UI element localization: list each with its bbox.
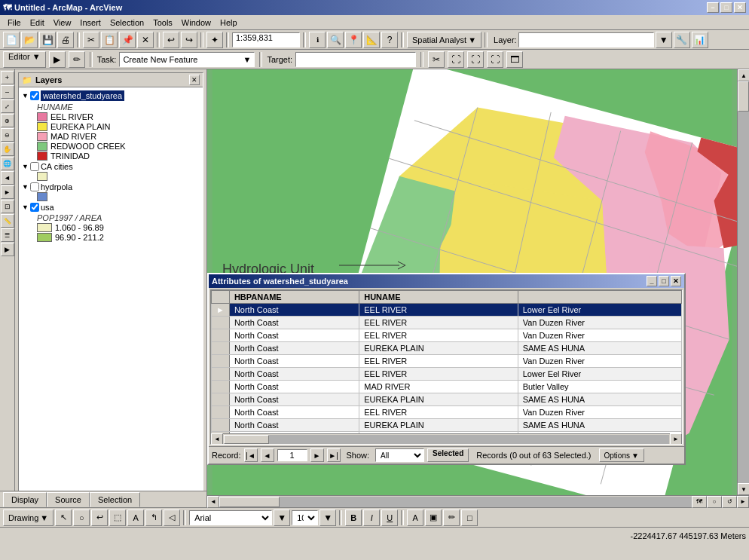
back-button[interactable]: ◄ (1, 171, 14, 185)
map-tool-c[interactable]: ↺ (722, 496, 737, 508)
undo-button[interactable]: ↩ (163, 32, 179, 48)
prev-record-btn[interactable]: ◄ (261, 448, 274, 462)
layer-arrow[interactable]: ▼ (656, 32, 672, 48)
edit-tool2[interactable]: ✏ (69, 51, 85, 68)
table-row[interactable]: North Coast EEL RIVER Van Duzen River (212, 355, 682, 368)
scale-input[interactable]: 1:359,831 (232, 32, 300, 47)
select-button[interactable]: ⊡ (1, 200, 14, 213)
tab-source[interactable]: Source (47, 492, 90, 507)
draw-tool6[interactable]: ◁ (164, 510, 180, 526)
attributes-table-scroll[interactable]: HBPANAME HUNAME ► North Coast (211, 290, 682, 433)
scroll-up-btn[interactable]: ▲ (738, 69, 749, 81)
menu-view[interactable]: View (49, 17, 76, 29)
expand-usa-icon[interactable]: ▼ (22, 203, 29, 211)
editor-button[interactable]: Editor ▼ (3, 51, 46, 68)
map-scroll-left-btn[interactable]: ◄ (207, 496, 219, 508)
layer-tool2[interactable]: 📊 (692, 32, 708, 48)
menu-selection[interactable]: Selection (105, 17, 148, 29)
draw-tool3[interactable]: ⬚ (109, 510, 126, 526)
tab-selection[interactable]: Selection (90, 492, 140, 507)
scroll-right-btn[interactable]: ► (670, 433, 682, 445)
fixed-zoom-out-button[interactable]: ⊖ (1, 128, 14, 142)
v-scroll-thumb[interactable] (738, 81, 749, 112)
map-h-scroll-thumb[interactable] (219, 497, 280, 507)
edit-tool4[interactable]: ⛶ (448, 51, 464, 68)
measure-button[interactable]: 📐 (363, 32, 380, 48)
underline-button[interactable]: U (381, 510, 398, 526)
record-number-input[interactable] (277, 449, 307, 461)
show-select[interactable]: All Selected (375, 448, 424, 462)
expand-hydrpola-icon[interactable]: ▼ (22, 183, 29, 191)
last-record-btn[interactable]: ►| (327, 448, 341, 462)
spatial-analyst-button[interactable]: Spatial Analyst ▼ (407, 32, 482, 48)
bold-button[interactable]: B (345, 510, 362, 526)
menu-file[interactable]: File (3, 17, 26, 29)
copy-button[interactable]: 📋 (101, 32, 118, 48)
table-row[interactable]: North Coast MAD RIVER Butler Valley (212, 381, 682, 393)
expand-ca-cities-icon[interactable]: ▼ (22, 163, 29, 170)
edit-tool3[interactable]: ✂ (428, 51, 445, 68)
minimize-button[interactable]: – (707, 2, 719, 13)
map-tool-b[interactable]: ○ (707, 496, 722, 508)
edit-tool1[interactable]: ▶ (49, 51, 66, 68)
drawing-dropdown[interactable]: Drawing ▼ (3, 510, 54, 526)
task-combo[interactable]: Create New Feature ▼ (119, 52, 255, 67)
paste-button[interactable]: 📌 (119, 32, 136, 48)
edit-tool6[interactable]: ⛶ (487, 51, 503, 68)
table-row[interactable]: North Coast EUREKA PLAIN SAME AS HUNA (212, 419, 682, 432)
menu-window[interactable]: Window (177, 17, 216, 29)
select-tool[interactable]: ↖ (55, 510, 72, 526)
h-scroll-thumb[interactable] (224, 435, 269, 444)
h-scrollbar[interactable]: ◄ ► (211, 433, 682, 444)
line-color-button[interactable]: ✏ (443, 510, 460, 526)
next-record-btn[interactable]: ► (310, 448, 324, 462)
ca-cities-checkbox[interactable] (30, 162, 39, 171)
forward-button[interactable]: ► (1, 185, 14, 199)
shadow-button[interactable]: □ (461, 510, 478, 526)
draw-tool2[interactable]: ↩ (91, 510, 108, 526)
table-row[interactable]: North Coast EUREKA PLAIN SAME AS HUNA (212, 342, 682, 355)
table-row[interactable]: ► North Coast EEL RIVER Lower Eel River (212, 304, 682, 317)
layer-tool1[interactable]: 🔧 (674, 32, 690, 48)
map-scroll-right-btn[interactable]: ► (737, 496, 749, 508)
table-row[interactable]: North Coast EEL RIVER Van Duzen River (212, 329, 682, 342)
info-button[interactable]: ▶ (1, 243, 14, 256)
usa-checkbox[interactable] (30, 203, 39, 212)
draw-tool1[interactable]: ○ (73, 510, 90, 526)
add-data-button[interactable]: ✦ (206, 32, 223, 48)
dialog-minimize[interactable]: _ (647, 276, 657, 286)
close-button[interactable]: ✕ (734, 2, 746, 13)
open-button[interactable]: 📂 (21, 32, 38, 48)
fill-color-button[interactable]: ▣ (425, 510, 442, 526)
menu-insert[interactable]: Insert (75, 17, 105, 29)
delete-button[interactable]: ✕ (137, 32, 154, 48)
font-color-button[interactable]: A (407, 510, 423, 526)
table-row[interactable]: North Coast EEL RIVER Van Duzen River (212, 406, 682, 419)
globe-button[interactable]: 🌐 (1, 157, 14, 170)
fixed-zoom-in-button[interactable]: ⊕ (1, 114, 14, 127)
font-dropdown-btn[interactable]: ▼ (274, 510, 290, 526)
draw-tool4[interactable]: A (127, 510, 144, 526)
print-button[interactable]: 🖨 (57, 32, 74, 48)
edit-tool5[interactable]: ⛶ (467, 51, 484, 68)
italic-button[interactable]: I (363, 510, 380, 526)
edit-tool7[interactable]: 🗖 (506, 51, 523, 68)
cut-button[interactable]: ✂ (83, 32, 99, 48)
options-button[interactable]: Options ▼ (599, 448, 644, 462)
h-scroll-track[interactable] (224, 435, 669, 444)
dialog-close[interactable]: ✕ (671, 276, 681, 286)
table-row[interactable]: North Coast EEL RIVER Lower Eel River (212, 368, 682, 381)
layer-input[interactable] (518, 32, 654, 47)
map-tool-a[interactable]: 🗺 (692, 496, 707, 508)
tab-display[interactable]: Display (3, 492, 47, 507)
zoom-in-button[interactable]: + (1, 71, 14, 84)
table-row[interactable]: North Coast EEL RIVER Van Duzen River (212, 317, 682, 329)
v-scrollbar[interactable]: ▲ ▼ (737, 69, 749, 495)
scroll-down-btn[interactable]: ▼ (738, 483, 749, 495)
expand-watershed-icon[interactable]: ▼ (22, 92, 29, 99)
tool5[interactable]: ? (381, 32, 398, 48)
font-size-dropdown-btn[interactable]: ▼ (319, 510, 336, 526)
watershed-checkbox[interactable] (30, 91, 39, 100)
table-row[interactable]: North Coast EUREKA PLAIN SAME AS HUNA (212, 393, 682, 406)
v-scroll-track[interactable] (738, 81, 749, 483)
